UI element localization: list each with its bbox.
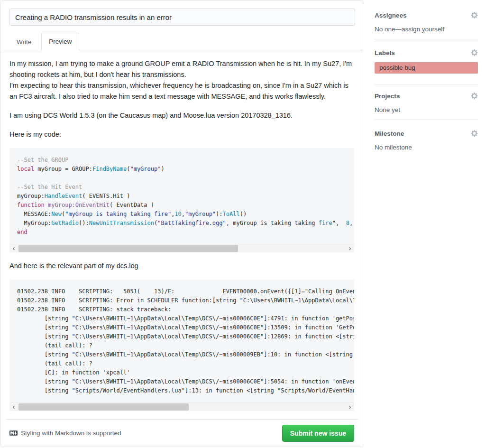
dcs-log-text: 01502.238 INFO SCRIPTING: 5051( 13)/E: E…	[9, 280, 354, 402]
issue-body-paragraph-3: Here is my code:	[9, 129, 354, 140]
lua-code-block: --Set the GROUPlocal myGroup = GROUP:Fin…	[9, 148, 354, 252]
gear-icon[interactable]	[471, 92, 478, 100]
gear-icon[interactable]	[471, 11, 478, 19]
markdown-icon	[9, 429, 18, 437]
tab-write[interactable]: Write	[9, 34, 38, 50]
new-issue-form: Write Preview In my mission, I am trying…	[0, 0, 363, 447]
scrollbar-track[interactable]	[18, 403, 346, 411]
log-code-block: 01502.238 INFO SCRIPTING: 5051( 13)/E: E…	[9, 280, 354, 411]
issue-body-paragraph-4: And here is the relevant part of my dcs.…	[9, 261, 354, 271]
labels-heading: Labels	[375, 49, 395, 56]
issue-body-paragraph-2: I am using DCS World 1.5.3 (on the Cauca…	[9, 110, 354, 121]
sidebar-section-projects: Projects None yet	[375, 84, 478, 120]
write-preview-tabnav: Write Preview	[1, 32, 363, 50]
form-actions: Styling with Markdown is supported Submi…	[6, 419, 358, 447]
issue-body-paragraph-1: In my mission, I am trying to make a gro…	[9, 58, 354, 102]
submit-new-issue-button[interactable]: Submit new issue	[282, 425, 354, 442]
scrollbar-thumb[interactable]	[18, 245, 238, 252]
sidebar-section-assignees: Assignees No one—assign yourself	[375, 0, 478, 39]
sidebar-section-milestone: Milestone No milestone	[375, 120, 478, 159]
markdown-supported-note[interactable]: Styling with Markdown is supported	[9, 429, 121, 437]
lua-code: --Set the GROUPlocal myGroup = GROUP:Fin…	[9, 148, 354, 244]
assignees-value[interactable]: No one—assign yourself	[375, 26, 478, 33]
label-chip-possible-bug[interactable]: possible bug	[375, 62, 478, 74]
gear-icon[interactable]	[471, 49, 478, 56]
scroll-right-arrow-icon[interactable]: ›	[346, 244, 354, 252]
scrollbar-thumb[interactable]	[18, 403, 189, 411]
sidebar-section-labels: Labels possible bug	[375, 39, 478, 84]
scroll-right-arrow-icon[interactable]: ›	[346, 403, 354, 411]
log-horizontal-scrollbar[interactable]: ‹ ›	[9, 402, 354, 411]
code-horizontal-scrollbar[interactable]: ‹ ›	[9, 244, 354, 252]
milestone-heading: Milestone	[375, 130, 404, 137]
projects-value: None yet	[375, 106, 478, 113]
assignees-heading: Assignees	[375, 12, 407, 19]
scroll-left-arrow-icon[interactable]: ‹	[9, 244, 18, 252]
scrollbar-track[interactable]	[18, 244, 346, 252]
issue-title-input[interactable]	[9, 9, 355, 26]
markdown-note-label: Styling with Markdown is supported	[21, 429, 121, 437]
tab-preview[interactable]: Preview	[41, 33, 79, 50]
discussion-sidebar: Assignees No one—assign yourself Labels …	[375, 0, 478, 159]
milestone-value: No milestone	[375, 144, 478, 151]
scroll-left-arrow-icon[interactable]: ‹	[9, 403, 18, 411]
projects-heading: Projects	[375, 93, 400, 100]
new-issue-page: Write Preview In my mission, I am trying…	[0, 0, 486, 448]
gear-icon[interactable]	[471, 130, 478, 137]
preview-content: In my mission, I am trying to make a gro…	[9, 50, 354, 419]
